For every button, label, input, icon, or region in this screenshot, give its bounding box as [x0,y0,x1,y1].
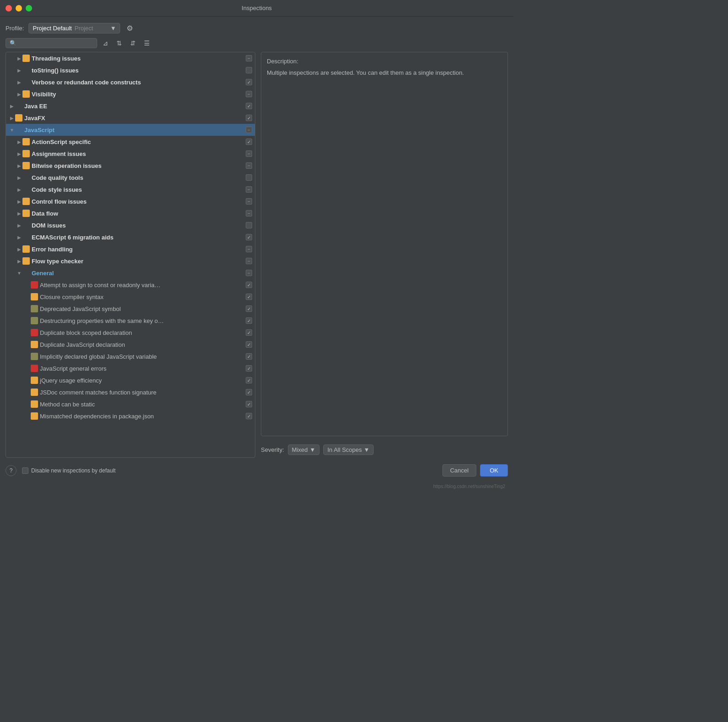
expand-arrow-tostring[interactable]: ▶ [16,67,22,73]
expand-arrow-general[interactable]: ▼ [16,270,22,276]
tree-item-ecma6[interactable]: ▶ECMAScript 6 migration aids✓ [6,231,255,243]
tree-item-duplicatejs[interactable]: ▶Duplicate JavaScript declaration✓ [6,339,255,350]
tree-item-threading[interactable]: ▶Threading issues− [6,52,255,64]
scope-dropdown[interactable]: In All Scopes ▼ [323,444,374,455]
menu-button[interactable]: ☰ [141,38,153,48]
close-button[interactable] [6,5,12,11]
tree-item-deprecated[interactable]: ▶Deprecated JavaScript symbol✓ [6,303,255,315]
gear-button[interactable]: ⚙ [125,22,135,34]
checkbox-methodstatic[interactable]: ✓ [246,401,252,407]
tree-item-assignment[interactable]: ▶Assignment issues− [6,148,255,160]
checkbox-errorhandling[interactable]: − [246,246,252,252]
tree-item-javafx[interactable]: ▶JavaFX✓ [6,112,255,124]
checkbox-controlflow[interactable]: − [246,198,252,205]
expand-arrow-javafx[interactable]: ▶ [9,115,15,121]
help-button[interactable]: ? [6,465,17,476]
inspections-tree[interactable]: ▶Threading issues−▶toString() issues▶Ver… [6,52,255,458]
checkbox-jquery[interactable]: ✓ [246,377,252,383]
checkbox-mismatch[interactable]: ✓ [246,413,252,419]
checkbox-deprecated[interactable]: ✓ [246,305,252,312]
tree-item-codestyle[interactable]: ▶Code style issues− [6,183,255,195]
tree-item-domissues[interactable]: ▶DOM issues [6,219,255,231]
checkbox-implicitglobal[interactable]: ✓ [246,353,252,360]
checkbox-threading[interactable]: − [246,55,252,61]
checkbox-jsdoc[interactable]: ✓ [246,389,252,395]
checkbox-jsgeneralerrors[interactable]: ✓ [246,365,252,372]
checkbox-ecma6[interactable]: ✓ [246,234,252,240]
severity-dropdown[interactable]: Mixed ▼ [288,444,320,455]
expand-arrow-bitwise[interactable]: ▶ [16,162,22,169]
expand-arrow-visibility[interactable]: ▶ [16,91,22,97]
expand-arrow-verbose[interactable]: ▶ [16,79,22,85]
maximize-button[interactable] [26,5,32,11]
checkbox-javafx[interactable]: ✓ [246,115,252,121]
expand-arrow-ecma6[interactable]: ▶ [16,234,22,240]
expand-arrow-flowtype[interactable]: ▶ [16,258,22,264]
checkbox-attemptassign[interactable]: ✓ [246,282,252,288]
disable-inspections-checkbox[interactable] [22,467,28,474]
checkbox-verbose[interactable]: ✓ [246,79,252,85]
checkbox-tostring[interactable] [246,67,252,73]
expand-arrow-javaee[interactable]: ▶ [9,103,15,109]
expand-arrow-actionscript[interactable]: ▶ [16,139,22,145]
tree-item-flowtype[interactable]: ▶Flow type checker− [6,255,255,267]
tree-item-methodstatic[interactable]: ▶Method can be static✓ [6,398,255,410]
tree-item-attemptassign[interactable]: ▶Attempt to assign to const or readonly … [6,279,255,291]
expand-arrow-threading[interactable]: ▶ [16,55,22,61]
checkbox-domissues[interactable] [246,222,252,228]
tree-item-bitwise[interactable]: ▶Bitwise operation issues− [6,160,255,172]
checkbox-duplicatejs[interactable]: ✓ [246,341,252,348]
tree-item-tostring[interactable]: ▶toString() issues [6,64,255,76]
tree-item-jsgeneralerrors[interactable]: ▶JavaScript general errors✓ [6,362,255,374]
tree-item-controlflow[interactable]: ▶Control flow issues− [6,195,255,207]
checkbox-javaee[interactable]: ✓ [246,103,252,109]
tree-item-verbose[interactable]: ▶Verbose or redundant code constructs✓ [6,76,255,88]
checkbox-dataflow[interactable]: − [246,210,252,217]
tree-item-javaee[interactable]: ▶Java EE✓ [6,100,255,112]
tree-item-jquery[interactable]: ▶jQuery usage efficiency✓ [6,374,255,386]
ok-button[interactable]: OK [480,464,508,477]
tree-item-destructuring[interactable]: ▶Destructuring properties with the same … [6,315,255,327]
disable-inspections-label[interactable]: Disable new inspections by default [22,467,116,474]
checkbox-codestyle[interactable]: − [246,186,252,193]
tree-item-javascript[interactable]: ▼JavaScript− [6,124,255,136]
minimize-button[interactable] [16,5,22,11]
expand-arrow-errorhandling[interactable]: ▶ [16,246,22,252]
checkbox-javascript[interactable]: − [246,127,252,133]
tree-item-general[interactable]: ▼General− [6,267,255,279]
tree-item-mismatch[interactable]: ▶Mismatched dependencies in package.json… [6,410,255,422]
tree-item-implicitglobal[interactable]: ▶Implicitly declared global JavaScript v… [6,350,255,362]
expand-arrow-domissues[interactable]: ▶ [16,222,22,228]
checkbox-destructuring[interactable]: ✓ [246,317,252,324]
expand-arrow-assignment[interactable]: ▶ [16,150,22,157]
checkbox-bitwise[interactable]: − [246,162,252,169]
expand-arrow-codequality[interactable]: ▶ [16,174,22,181]
checkbox-actionscript[interactable]: ✓ [246,139,252,145]
collapse-all-button[interactable]: ⇵ [127,38,138,48]
cancel-button[interactable]: Cancel [442,464,476,477]
expand-arrow-codestyle[interactable]: ▶ [16,186,22,193]
tree-item-duplicateblock[interactable]: ▶Duplicate block scoped declaration✓ [6,327,255,339]
checkbox-visibility[interactable]: − [246,91,252,97]
expand-all-button[interactable]: ⇅ [114,38,125,48]
tree-item-dataflow[interactable]: ▶Data flow− [6,207,255,219]
expand-arrow-controlflow[interactable]: ▶ [16,198,22,205]
checkbox-closurecompiler[interactable]: ✓ [246,294,252,300]
checkbox-duplicateblock[interactable]: ✓ [246,329,252,336]
search-input[interactable] [19,40,83,46]
expand-arrow-javascript[interactable]: ▼ [9,127,15,133]
tree-item-closurecompiler[interactable]: ▶Closure compiler syntax✓ [6,291,255,303]
checkbox-general[interactable]: − [246,270,252,276]
checkbox-codequality[interactable] [246,174,252,181]
tree-item-actionscript[interactable]: ▶ActionScript specific✓ [6,136,255,148]
search-box[interactable]: 🔍 [6,38,97,48]
checkbox-assignment[interactable]: − [246,150,252,157]
tree-item-jsdoc[interactable]: ▶JSDoc comment matches function signatur… [6,386,255,398]
expand-arrow-dataflow[interactable]: ▶ [16,210,22,217]
tree-item-visibility[interactable]: ▶Visibility− [6,88,255,100]
tree-item-errorhandling[interactable]: ▶Error handling− [6,243,255,255]
checkbox-flowtype[interactable]: − [246,258,252,264]
tree-item-codequality[interactable]: ▶Code quality tools [6,172,255,183]
filter-button[interactable]: ⊿ [100,38,111,48]
profile-dropdown[interactable]: Project Default Project ▼ [28,23,120,33]
